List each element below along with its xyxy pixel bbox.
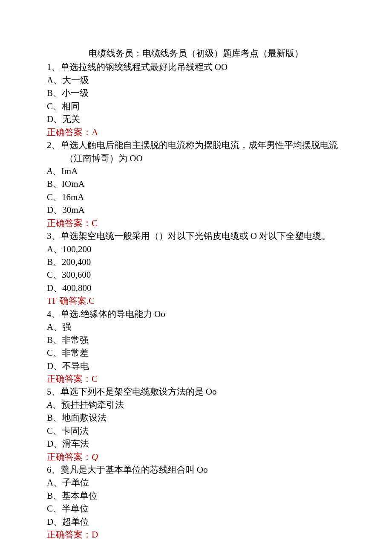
option-c: C、卡固法 bbox=[47, 424, 345, 437]
option-b: B、非常强 bbox=[47, 334, 345, 346]
question-stem-line2: （江南博哥）为 OO bbox=[47, 152, 345, 165]
question-4: 4、单选.绝缘体的导电能力 Oo A、强 B、非常强 C、非常差 D、不导电 正… bbox=[47, 308, 345, 386]
option-d: D、30mA bbox=[47, 203, 345, 216]
answer-value: A bbox=[92, 127, 98, 137]
answer-label: 正确答案： bbox=[47, 218, 92, 228]
option-c: C、相同 bbox=[47, 100, 345, 113]
option-a: A、大一级 bbox=[47, 74, 345, 87]
option-d: D、400,800 bbox=[47, 282, 345, 294]
question-stem: 3、单选架空电缆一般采用（）对以下光铅皮电缆或 O 对以下全塑电缆。 bbox=[47, 230, 345, 242]
answer-label: 正确答案： bbox=[47, 529, 92, 540]
option-d: D、不导电 bbox=[47, 360, 345, 372]
option-c: C、16mA bbox=[47, 191, 345, 203]
option-d: D、无关 bbox=[47, 113, 345, 125]
option-d: D、超单位 bbox=[47, 515, 345, 528]
page-title: 电缆线务员：电缆线务员（初级）题库考点（最新版） bbox=[47, 47, 345, 60]
option-b: B、小一级 bbox=[47, 87, 345, 99]
answer-value: C bbox=[92, 218, 98, 228]
question-3: 3、单选架空电缆一般采用（）对以下光铅皮电缆或 O 对以下全塑电缆。 A、100… bbox=[47, 230, 345, 308]
option-c: C、半单位 bbox=[47, 502, 345, 515]
answer: 正确答案：C bbox=[47, 372, 345, 385]
question-stem: 1、单选拉线的钢绞线程式最好比吊线程式 OO bbox=[47, 61, 345, 73]
answer: 正确答案：C bbox=[47, 217, 345, 230]
answer-label: 正确答案： bbox=[47, 374, 92, 384]
answer-value: D bbox=[92, 529, 98, 540]
option-a-prefix: A bbox=[47, 166, 52, 176]
answer: 正确答案：D bbox=[47, 528, 345, 541]
question-stem: 6、羹凡是大于基本单位的芯线组合叫 Oo bbox=[47, 463, 345, 476]
answer: 正确答案：A bbox=[47, 126, 345, 139]
option-b: B、地面敷设法 bbox=[47, 411, 345, 424]
option-c: C、300,600 bbox=[47, 268, 345, 281]
question-stem: 5、单选下列不是架空电缆敷设方法的是 Oo bbox=[47, 385, 345, 398]
option-a: A、100,200 bbox=[47, 243, 345, 256]
option-b: B、基本单位 bbox=[47, 489, 345, 502]
question-2: 2、单选人触电后能自主摆脱的电流称为摆脱电流，成年男性平均摆脱电流 （江南博哥）… bbox=[47, 139, 345, 230]
answer-label: 正确答案： bbox=[47, 127, 92, 137]
question-1: 1、单选拉线的钢绞线程式最好比吊线程式 OO A、大一级 B、小一级 C、相同 … bbox=[47, 61, 345, 139]
option-a: A、预挂挂钩牵引法 bbox=[47, 398, 345, 411]
option-b: B、IOmA bbox=[47, 177, 345, 190]
answer-full-line: TF 确答案.C bbox=[47, 294, 345, 307]
question-6: 6、羹凡是大于基本单位的芯线组合叫 Oo A、子单位 B、基本单位 C、半单位 … bbox=[47, 463, 345, 541]
answer-label: 正确答案： bbox=[47, 452, 92, 462]
option-a: A、子单位 bbox=[47, 476, 345, 489]
answer-value: Q bbox=[92, 452, 98, 462]
question-stem: 4、单选.绝缘体的导电能力 Oo bbox=[47, 308, 345, 320]
option-a-rest: 、ImA bbox=[52, 166, 78, 176]
question-stem: 2、单选人触电后能自主摆脱的电流称为摆脱电流，成年男性平均摆脱电流 bbox=[47, 139, 345, 151]
option-c: C、非常差 bbox=[47, 346, 345, 359]
answer-value: C bbox=[92, 374, 98, 384]
option-a: A、ImA bbox=[47, 165, 345, 177]
option-a-rest: 、预挂挂钩牵引法 bbox=[52, 400, 124, 410]
option-d: D、滑车法 bbox=[47, 437, 345, 450]
answer: 正确答案：Q bbox=[47, 450, 345, 463]
option-a-prefix: A bbox=[47, 400, 52, 410]
question-5: 5、单选下列不是架空电缆敷设方法的是 Oo A、预挂挂钩牵引法 B、地面敷设法 … bbox=[47, 385, 345, 463]
option-a: A、强 bbox=[47, 320, 345, 333]
option-b: B、200,400 bbox=[47, 256, 345, 268]
